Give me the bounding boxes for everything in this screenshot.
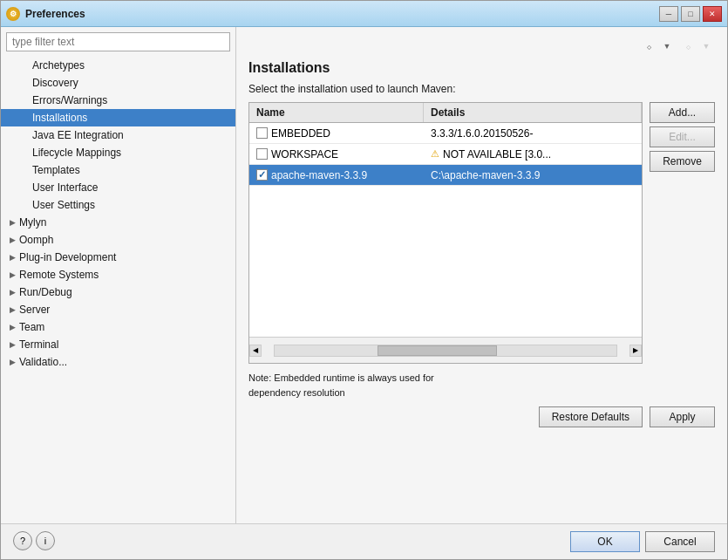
expand-arrow-validation: ▶	[10, 358, 16, 366]
row2-details: ⚠ NOT AVAILABLE [3.0...	[424, 146, 642, 163]
restore-defaults-button[interactable]: Restore Defaults	[539, 406, 643, 427]
sidebar-item-run-debug[interactable]: ▶ Run/Debug	[1, 283, 235, 301]
back-icon[interactable]: ⬦	[640, 38, 657, 55]
table-row[interactable]: WORKSPACE ⚠ NOT AVAILABLE [3.0...	[249, 144, 642, 165]
table-container: Name Details EMBEDDED 3.3.3/1.6.0.201505…	[248, 102, 715, 364]
edit-button[interactable]: Edit...	[650, 126, 715, 147]
sidebar-item-terminal-label: Terminal	[19, 338, 58, 351]
panel-actions: Restore Defaults Apply	[248, 406, 715, 427]
window-title: Preferences	[25, 8, 85, 20]
panel-title: Installations	[248, 60, 715, 76]
sidebar-item-plugin-development[interactable]: ▶ Plug-in Development	[1, 249, 235, 266]
scroll-right-button[interactable]: ▶	[629, 345, 642, 357]
sidebar-item-mylyn[interactable]: ▶ Mylyn	[1, 214, 235, 231]
sidebar-item-oomph-label: Oomph	[19, 234, 53, 246]
sidebar-item-remote-label: Remote Systems	[19, 269, 99, 281]
maximize-button[interactable]: □	[681, 6, 700, 22]
row3-checkbox[interactable]: ✓	[256, 169, 268, 181]
expand-arrow-oomph: ▶	[10, 236, 16, 244]
window-icon: ⚙	[6, 7, 20, 21]
table-body: EMBEDDED 3.3.3/1.6.0.20150526- WORKSPACE	[249, 123, 642, 337]
row2-name-cell: WORKSPACE	[249, 146, 424, 163]
row1-checkbox[interactable]	[256, 127, 268, 139]
filter-input[interactable]	[6, 32, 230, 51]
scroll-left-button[interactable]: ◀	[249, 345, 262, 357]
sidebar-item-errors-warnings[interactable]: Errors/Warnings	[1, 92, 235, 109]
remove-button[interactable]: Remove	[650, 151, 715, 172]
sidebar-item-validation-label: Validatio...	[19, 356, 67, 368]
tree-area: Archetypes Discovery Errors/Warnings Ins…	[1, 57, 235, 523]
row2-name: WORKSPACE	[271, 148, 338, 160]
panel-subtitle: Select the installation used to launch M…	[248, 83, 715, 95]
expand-arrow-terminal: ▶	[10, 340, 16, 349]
cancel-button[interactable]: Cancel	[645, 531, 715, 552]
sidebar-item-server[interactable]: ▶ Server	[1, 301, 235, 318]
apply-button[interactable]: Apply	[650, 406, 715, 427]
add-button[interactable]: Add...	[650, 102, 715, 123]
ok-button[interactable]: OK	[570, 531, 640, 552]
expand-arrow-remote: ▶	[10, 270, 16, 279]
content-area: Archetypes Discovery Errors/Warnings Ins…	[1, 27, 727, 523]
info-button[interactable]: i	[36, 531, 55, 550]
help-button[interactable]: ?	[13, 531, 32, 550]
table-action-buttons: Add... Edit... Remove	[650, 102, 715, 364]
warning-icon: ⚠	[431, 148, 439, 160]
sidebar-item-lifecycle-mappings[interactable]: Lifecycle Mappings	[1, 144, 235, 161]
table-row[interactable]: EMBEDDED 3.3.3/1.6.0.20150526-	[249, 123, 642, 144]
sidebar-item-installations[interactable]: Installations	[1, 109, 235, 126]
close-button[interactable]: ✕	[703, 6, 722, 22]
bottom-bar: ? i OK Cancel	[1, 523, 727, 559]
expand-arrow-mylyn: ▶	[10, 218, 16, 227]
sidebar-item-templates[interactable]: Templates	[1, 161, 235, 179]
h-scrollbar-thumb	[378, 345, 497, 356]
sidebar-item-java-ee-integration[interactable]: Java EE Integration	[1, 126, 235, 144]
sidebar-item-team-label: Team	[19, 321, 44, 333]
installations-table-wrapper: Name Details EMBEDDED 3.3.3/1.6.0.201505…	[248, 102, 643, 364]
minimize-button[interactable]: ─	[659, 6, 678, 22]
row2-checkbox[interactable]	[256, 148, 268, 160]
sidebar: Archetypes Discovery Errors/Warnings Ins…	[1, 27, 236, 523]
expand-arrow-server: ▶	[10, 305, 16, 314]
expand-arrow-plugin: ▶	[10, 253, 16, 262]
sidebar-item-validation[interactable]: ▶ Validatio...	[1, 353, 235, 371]
sidebar-item-run-label: Run/Debug	[19, 286, 72, 298]
row3-name-cell: ✓ apache-maven-3.3.9	[249, 167, 424, 184]
sidebar-item-plugin-label: Plug-in Development	[19, 251, 116, 263]
expand-arrow-run: ▶	[10, 288, 16, 297]
title-bar: ⚙ Preferences ─ □ ✕	[1, 1, 727, 27]
sidebar-item-discovery[interactable]: Discovery	[1, 74, 235, 92]
table-row[interactable]: ✓ apache-maven-3.3.9 C:\apache-maven-3.3…	[249, 165, 642, 186]
sidebar-item-remote-systems[interactable]: ▶ Remote Systems	[1, 266, 235, 283]
col-header-name: Name	[249, 103, 424, 122]
sidebar-item-oomph[interactable]: ▶ Oomph	[1, 231, 235, 249]
h-scrollbar-track[interactable]	[274, 345, 617, 357]
sidebar-item-user-interface[interactable]: User Interface	[1, 179, 235, 196]
sidebar-item-server-label: Server	[19, 304, 50, 316]
sidebar-item-mylyn-label: Mylyn	[19, 216, 46, 229]
sidebar-item-user-settings[interactable]: User Settings	[1, 196, 235, 214]
forward-icon[interactable]: ⬦	[679, 38, 697, 55]
sidebar-item-team[interactable]: ▶ Team	[1, 318, 235, 336]
checkmark-icon: ✓	[258, 169, 266, 181]
expand-arrow-team: ▶	[10, 323, 16, 331]
col-header-details: Details	[424, 103, 642, 122]
row1-details: 3.3.3/1.6.0.20150526-	[424, 125, 642, 142]
row1-name: EMBEDDED	[271, 127, 330, 140]
row3-name: apache-maven-3.3.9	[271, 169, 367, 181]
note-text: Note: Embedded runtime is always used fo…	[248, 371, 715, 400]
table-header: Name Details	[249, 103, 642, 123]
back-arrow-icon[interactable]: ▼	[658, 38, 676, 55]
sidebar-item-terminal[interactable]: ▶ Terminal	[1, 336, 235, 353]
row1-name-cell: EMBEDDED	[249, 125, 424, 142]
sidebar-item-archetypes[interactable]: Archetypes	[1, 57, 235, 74]
forward-arrow-icon[interactable]: ▼	[697, 38, 715, 55]
main-panel: ⬦ ▼ ⬦ ▼ Installations Select the install…	[236, 27, 727, 523]
row3-details: C:\apache-maven-3.3.9	[424, 167, 642, 184]
horizontal-scrollbar: ◀ ▶	[249, 337, 642, 363]
preferences-window: ⚙ Preferences ─ □ ✕ Archetypes Discovery…	[0, 0, 728, 560]
panel-nav-icons: ⬦ ▼ ⬦ ▼	[248, 38, 715, 55]
